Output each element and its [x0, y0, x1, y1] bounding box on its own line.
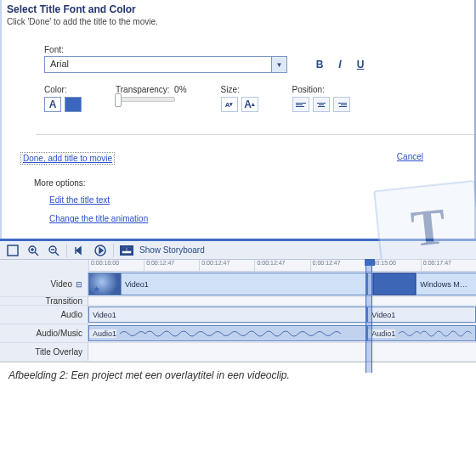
color-label: Color: [44, 85, 82, 94]
video-track-lane[interactable]: Video1 ★ Video1 Windows M… [88, 272, 476, 296]
bold-button[interactable]: B [313, 58, 326, 71]
transparency-label: Transparency: 0% [116, 85, 187, 94]
audio-track-lane[interactable]: Video1 Video1 [88, 306, 476, 323]
ruler-tick: 0:00:17:47 [421, 260, 476, 271]
font-label: Font: [44, 45, 450, 54]
transparency-slider[interactable] [116, 97, 175, 102]
track-label-audiomusic: Audio/Music [0, 324, 88, 342]
ruler-tick: 0:00:12:47 [254, 260, 309, 271]
ruler-tick: 0:00:12:47 [199, 260, 254, 271]
collapse-video-icon[interactable]: ⊟ [76, 280, 82, 289]
increase-size-button[interactable]: A▴ [241, 97, 258, 112]
svg-rect-0 [8, 245, 18, 256]
decrease-size-button[interactable]: A▾ [221, 97, 238, 112]
text-color-swatch[interactable]: A [44, 97, 61, 112]
audio-clip[interactable]: Video1 [88, 307, 367, 323]
audio-clip[interactable]: Video1 [367, 307, 476, 323]
panel-title: Select Title Font and Color [7, 3, 469, 15]
svg-marker-11 [99, 248, 103, 253]
zoom-out-icon[interactable] [46, 243, 61, 258]
chevron-down-icon[interactable]: ▼ [271, 57, 286, 72]
waveform-icon [395, 328, 475, 340]
separator [36, 134, 474, 135]
timeline-toolbar: Show Storyboard [0, 241, 476, 260]
background-color-swatch[interactable] [65, 97, 82, 112]
rewind-icon[interactable] [72, 243, 88, 258]
align-left-button[interactable] [292, 97, 309, 112]
music-clip[interactable]: Audio1 [367, 325, 476, 341]
track-label-audio: Audio [0, 306, 88, 323]
transparency-value: 0% [174, 85, 186, 94]
svg-rect-14 [122, 248, 126, 250]
figure-caption: Afbeelding 2: Een project met een overla… [0, 362, 476, 388]
effect-star-icon: ★ [93, 284, 100, 294]
track-label-transition: Transition [0, 297, 88, 305]
more-options-label: More options: [34, 178, 474, 188]
panel-subtitle: Click 'Done' to add the title to the mov… [7, 17, 469, 26]
toolbar-divider [66, 244, 67, 257]
play-icon[interactable] [93, 243, 108, 258]
svg-line-6 [55, 252, 59, 256]
track-label-video: Video⊟ [0, 272, 88, 296]
ruler-tick: 0:00:12:47 [310, 260, 366, 271]
title-pane-header: Select Title Font and Color Click 'Done'… [2, 0, 474, 35]
svg-marker-8 [76, 247, 81, 254]
waveform-icon [116, 328, 366, 340]
storyboard-icon[interactable] [119, 243, 134, 258]
align-right-button[interactable] [333, 97, 350, 112]
video-clip[interactable]: Windows M… [416, 273, 476, 295]
toolbar-divider [113, 244, 114, 257]
video-clip-selected[interactable] [373, 273, 416, 295]
ruler-tick: 0:00:12:47 [144, 260, 199, 271]
svg-rect-15 [128, 248, 131, 250]
cancel-link[interactable]: Cancel [397, 152, 423, 165]
titleoverlay-track-lane[interactable] [88, 343, 476, 361]
transparency-slider-handle[interactable] [115, 93, 122, 107]
svg-line-2 [35, 252, 38, 256]
zoom-to-fit-icon[interactable] [5, 243, 20, 258]
playhead[interactable] [366, 260, 372, 373]
align-center-button[interactable] [313, 97, 330, 112]
font-select-value: Arial [45, 57, 271, 72]
track-label-titleoverlay: Title Overlay [0, 343, 88, 361]
italic-button[interactable]: I [333, 58, 347, 71]
font-select[interactable]: Arial ▼ [44, 56, 287, 73]
timeline-ruler[interactable]: 0:00:10:000:00:12:470:00:12:470:00:12:47… [88, 260, 476, 272]
audiomusic-track-lane[interactable]: Audio1 Audio1 [88, 324, 476, 342]
zoom-in-icon[interactable] [26, 243, 41, 258]
position-label: Position: [292, 85, 350, 94]
music-clip[interactable]: Audio1 [88, 325, 367, 341]
edit-title-text-link[interactable]: Edit the title text [49, 195, 110, 205]
done-link[interactable]: Done, add title to movie [20, 152, 115, 165]
ruler-tick: 0:00:10:00 [88, 260, 144, 271]
video-clip[interactable]: Video1 ★ [88, 273, 367, 295]
change-title-animation-link[interactable]: Change the title animation [49, 214, 148, 223]
size-label: Size: [221, 85, 258, 94]
show-storyboard-button[interactable]: Show Storyboard [139, 245, 205, 255]
transition-track-lane[interactable] [88, 297, 476, 305]
underline-button[interactable]: U [354, 58, 367, 71]
